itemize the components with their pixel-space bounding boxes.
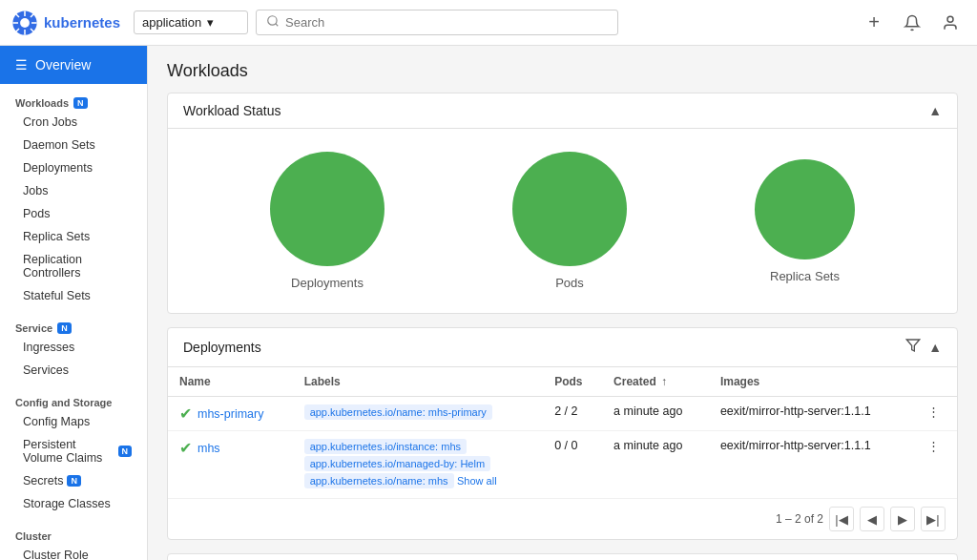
sidebar-section-title-workloads: Workloads N — [0, 93, 147, 111]
replica-sets-circle-label: Replica Sets — [770, 269, 840, 283]
status-ok-icon: ✔ — [179, 439, 192, 457]
show-all-labels[interactable]: Show all — [457, 475, 497, 487]
deployment-name-cell: ✔ mhs-primary — [168, 397, 293, 431]
circles-row: Deployments Pods Replica Sets — [168, 129, 957, 313]
deployment-created-cell: a minute ago — [602, 431, 709, 499]
col-created[interactable]: Created ↑ — [602, 367, 709, 397]
sidebar: ☰ Overview Workloads N Cron Jobs Daemon … — [0, 46, 148, 560]
topnav-actions: + — [859, 8, 966, 38]
layout: ☰ Overview Workloads N Cron Jobs Daemon … — [0, 46, 977, 560]
deployments-collapse-icon[interactable]: ▲ — [928, 340, 942, 355]
sidebar-overview-label: Overview — [35, 57, 91, 73]
pods-circle-item: Pods — [512, 152, 627, 290]
sidebar-item-persistent-volume-claims[interactable]: Persistent Volume Claims N — [0, 433, 147, 469]
sidebar-item-cluster-role-bindings[interactable]: Cluster Role Bindings — [0, 544, 147, 560]
deployment-name-link[interactable]: mhs — [197, 442, 220, 455]
pods-circle — [512, 152, 627, 266]
search-icon — [266, 14, 280, 31]
col-labels[interactable]: Labels — [293, 367, 544, 397]
topnav: kubernetes application ▾ + — [0, 0, 977, 46]
deployment-name-cell: ✔ mhs — [168, 431, 293, 499]
first-page-button[interactable]: |◀ — [829, 507, 854, 531]
deployment-labels-cell: app.kubernetes.io/instance: mhs app.kube… — [293, 431, 544, 499]
status-ok-icon: ✔ — [179, 404, 192, 423]
pods-card: Pods ▲ Name Labels Node Status Restarts — [167, 553, 958, 560]
deployments-circle-item: Deployments — [270, 152, 385, 290]
table-row: ✔ mhs app.kubernetes.io/instance: mhs ap… — [168, 431, 957, 499]
deployments-title: Deployments — [183, 340, 261, 355]
col-images[interactable]: Images — [709, 367, 910, 397]
workload-status-header: Workload Status ▲ — [168, 93, 957, 129]
kebab-menu-button[interactable]: ⋮ — [922, 404, 946, 421]
main-content: Workloads Workload Status ▲ Deployments … — [148, 46, 977, 560]
sidebar-item-cron-jobs[interactable]: Cron Jobs — [0, 111, 147, 134]
account-button[interactable] — [935, 8, 966, 38]
replica-sets-circle — [755, 159, 855, 259]
kubernetes-logo-icon — [11, 10, 38, 36]
replica-sets-circle-item: Replica Sets — [755, 159, 855, 283]
deployments-card: Deployments ▲ Name Labels Pods Created — [167, 327, 958, 540]
chevron-up-icon: ▲ — [928, 103, 942, 118]
col-actions — [910, 367, 957, 397]
deployments-pagination: 1 – 2 of 2 |◀ ◀ ▶ ▶| — [168, 498, 957, 539]
kebab-menu-button[interactable]: ⋮ — [922, 438, 946, 455]
svg-point-12 — [947, 16, 953, 22]
namespace-dropdown[interactable]: application ▾ — [134, 10, 248, 34]
sidebar-item-deployments[interactable]: Deployments — [0, 156, 147, 179]
sidebar-item-pods[interactable]: Pods — [0, 202, 147, 225]
deployment-pods-cell: 2 / 2 — [543, 397, 602, 431]
pagination-info: 1 – 2 of 2 — [776, 512, 823, 526]
sidebar-item-secrets[interactable]: Secrets N — [0, 469, 147, 492]
filter-icon[interactable] — [905, 338, 921, 357]
logo: kubernetes — [11, 10, 126, 36]
svg-marker-13 — [906, 340, 919, 351]
sidebar-item-ingresses[interactable]: Ingresses — [0, 336, 147, 359]
deployments-header-right: ▲ — [905, 338, 942, 357]
col-name[interactable]: Name — [168, 367, 293, 397]
workload-status-card: Workload Status ▲ Deployments Pods Repli… — [167, 93, 958, 314]
deployments-circle-label: Deployments — [291, 276, 364, 290]
sidebar-section-config-storage: Config and Storage Config Maps Persisten… — [0, 384, 147, 517]
next-page-button[interactable]: ▶ — [890, 507, 915, 531]
deployment-name-link[interactable]: mhs-primary — [197, 407, 263, 421]
sidebar-item-storage-classes[interactable]: Storage Classes — [0, 492, 147, 515]
deployment-actions-cell: ⋮ — [910, 431, 957, 499]
svg-line-11 — [276, 24, 279, 27]
notifications-button[interactable] — [897, 8, 927, 38]
col-pods[interactable]: Pods — [543, 367, 602, 397]
search-bar — [256, 10, 618, 35]
deployment-created-cell: a minute ago — [602, 397, 709, 431]
svg-point-1 — [20, 18, 30, 28]
add-button[interactable]: + — [859, 8, 889, 38]
pods-header: Pods ▲ — [168, 554, 957, 560]
deployments-circle — [270, 152, 385, 266]
sidebar-section-title-config-storage: Config and Storage — [0, 393, 147, 410]
hamburger-icon[interactable]: ☰ — [15, 57, 28, 73]
sidebar-item-replica-sets[interactable]: Replica Sets — [0, 225, 147, 248]
sidebar-item-jobs[interactable]: Jobs — [0, 179, 147, 202]
deployments-header: Deployments ▲ — [168, 328, 957, 367]
deployment-images-cell: eexit/mirror-http-server:1.1.1 — [709, 431, 910, 499]
dropdown-arrow-icon: ▾ — [207, 15, 214, 30]
sidebar-item-stateful-sets[interactable]: Stateful Sets — [0, 284, 147, 307]
svg-point-10 — [268, 16, 277, 25]
sidebar-item-replication-controllers[interactable]: Replication Controllers — [0, 248, 147, 284]
table-row: ✔ mhs-primary app.kubernetes.io/name: mh… — [168, 397, 957, 431]
workload-status-collapse[interactable]: ▲ — [928, 103, 942, 118]
deployment-pods-cell: 0 / 0 — [543, 431, 602, 499]
deployments-table: Name Labels Pods Created ↑ Images — [168, 367, 957, 498]
search-input[interactable] — [285, 15, 608, 30]
deployment-actions-cell: ⋮ — [910, 397, 957, 431]
sidebar-item-daemon-sets[interactable]: Daemon Sets — [0, 134, 147, 156]
pods-circle-label: Pods — [555, 276, 584, 290]
sidebar-item-config-maps[interactable]: Config Maps — [0, 410, 147, 433]
sort-icon: ↑ — [661, 375, 667, 388]
sidebar-section-title-cluster: Cluster — [0, 527, 147, 544]
deployment-images-cell: eexit/mirror-http-server:1.1.1 — [709, 397, 910, 431]
last-page-button[interactable]: ▶| — [921, 507, 946, 531]
prev-page-button[interactable]: ◀ — [860, 507, 884, 531]
sidebar-item-services[interactable]: Services — [0, 359, 147, 382]
page-title: Workloads — [167, 61, 958, 81]
sidebar-section-workloads: Workloads N Cron Jobs Daemon Sets Deploy… — [0, 84, 147, 309]
sidebar-section-service: Service N Ingresses Services — [0, 309, 147, 384]
